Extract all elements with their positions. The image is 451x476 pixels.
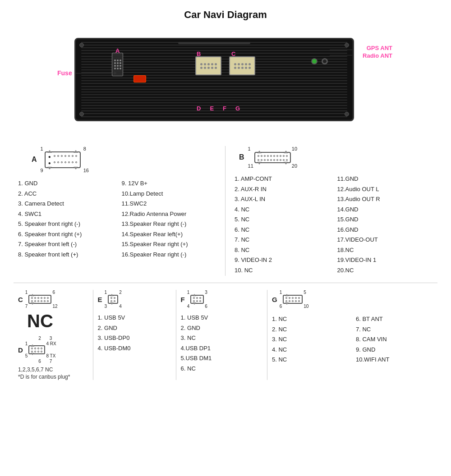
fuse-label: Fuse (57, 69, 72, 77)
a-pins-right-col: 9. 12V B+ 10.Lamp Detect 11.SWC2 12.Radi… (122, 178, 219, 260)
bottom-connector-labels: D E F G (197, 105, 240, 112)
gps-line2 (330, 55, 352, 55)
fuse-arrow-line (74, 73, 115, 73)
a-pin-15: 15.Speaker Rear right (+) (122, 240, 219, 249)
b-pin-9: 9. VIDEO-IN 2 (235, 256, 331, 265)
b-pin-2: 2. AUX-R IN (235, 185, 331, 194)
a-pin-14: 14.Speaker Rear left(+) (122, 230, 219, 239)
gps-connector-circle (311, 58, 318, 64)
nc-label: NC (27, 311, 88, 331)
d-note1: 1,2,3,5,6,7 NC (18, 366, 88, 373)
a-connector-box: ● ● (45, 151, 81, 168)
b-pins-left-col: 1. AMP-CONT 2. AUX-R IN 3. AUX-L IN 4. N… (235, 173, 331, 276)
g-pin-4: 4. NC (272, 345, 349, 354)
b-connector-label: B (239, 153, 244, 161)
d-connector-label: D (18, 346, 23, 354)
g-pins-left-col: 1. NC 2. NC 3. NC 4. NC 5. NC (272, 313, 349, 366)
g-pin-9: 9. GND (356, 345, 433, 354)
a-pin-16: 16.Speaker Rear right (-) (122, 250, 219, 259)
f-diagram-area: F 1 4 (181, 290, 262, 309)
a-diagram-area: A 1 9 ● (32, 146, 218, 173)
f-pin-6: 6. NC (181, 364, 262, 373)
e-pin-4: 4. USB-DM0 (98, 344, 171, 353)
c-d-section: C 1 7 (18, 290, 93, 380)
f-connector-label: F (181, 296, 185, 303)
g-pin-5: 5. NC (272, 355, 349, 364)
b-pin-4: 4. NC (235, 205, 331, 214)
d-connector-box (28, 345, 45, 354)
bottom-section: C 1 7 (14, 283, 437, 380)
gps-line1 (330, 50, 352, 50)
f-pin-2: 2. GND (181, 324, 262, 333)
b-pin-11: 11.GND (337, 174, 433, 183)
page: Car Navi Diagram (0, 0, 451, 389)
d-note2: *D is for canbus plug* (18, 374, 88, 380)
c-connector-box (28, 295, 51, 304)
g-pin-8: 8. CAM VIN (356, 335, 433, 344)
g-pin-10: 10.WIFI ANT (356, 355, 433, 364)
b-pin-5: 5. NC (235, 215, 331, 224)
c-connector-label: C (18, 296, 23, 303)
g-pin-3: 3. NC (272, 335, 349, 344)
left-section: A 1 9 ● (18, 146, 226, 276)
b-pin-6: 6. NC (235, 225, 331, 234)
g-pin-2: 2. NC (272, 325, 349, 334)
connector-c-block (229, 56, 255, 75)
b-pin-18: 18.NC (337, 246, 433, 255)
f-pin-1: 1. USB 5V (181, 313, 262, 322)
b-pin-19: 19.VIDEO-IN 1 (337, 256, 433, 265)
a-pin-2: 2. ACC (18, 189, 115, 198)
b-pins-right-col: 11.GND 12.Audio OUT L 13.Audio OUT R 14.… (337, 173, 433, 276)
b-right-nums: 10 20 (292, 146, 297, 169)
b-pin-15: 15.GND (337, 215, 433, 224)
a-pin-6: 6. Speaker front right (+) (18, 230, 115, 239)
a-right-nums: 8 16 (83, 146, 89, 173)
radio-connector-circle (322, 58, 328, 64)
e-connector-box (108, 295, 118, 304)
g-pin-6: 6. BT ANT (356, 315, 433, 324)
a-pin-13: 13.Speaker Rear right (-) (122, 220, 219, 229)
e-pin-3: 3. USB-DP0 (98, 334, 171, 343)
g-label-device: G (235, 105, 240, 112)
e-pin-1: 1. USB 5V (98, 313, 171, 322)
e-pin-2: 2. GND (98, 324, 171, 333)
connector-b-block (195, 56, 221, 75)
radio-ant-label: Radio ANT (363, 52, 392, 59)
a-pin-7: 7. Speaker front left (-) (18, 240, 115, 249)
gps-ant-label: GPS ANT (367, 45, 392, 51)
g-connector-label: G (272, 296, 277, 303)
g-connector-box (283, 295, 303, 304)
a-pin-8: 8. Speaker front left (+) (18, 250, 115, 259)
e-connector-label: E (98, 296, 102, 303)
f-pin-list: 1. USB 5V 2. GND 3. NC 4.USB DP1 5.USB D… (181, 313, 262, 373)
b-pin-20: 20.NC (337, 266, 433, 275)
b-pin-12: 12.Audio OUT L (337, 185, 433, 194)
f-pin-4: 4.USB DP1 (181, 344, 262, 353)
b-pin-3: 3. AUX-L IN (235, 195, 331, 204)
a-pin-row-2: ● (48, 160, 77, 165)
f-pin-5: 5.USB DM1 (181, 354, 262, 363)
b-pin-8: 8. NC (235, 246, 331, 255)
b-diagram-area: B 1 11 (239, 146, 433, 169)
g-pin-1: 1. NC (272, 315, 349, 324)
b-pin-17: 17.VIDEO-OUT (337, 235, 433, 244)
a-pin-10: 10.Lamp Detect (122, 189, 219, 198)
e-label-device: E (210, 105, 214, 112)
f-label-device: F (223, 105, 226, 112)
a-pin-list: 1. GND 2. ACC 3. Camera Detect 4. SWC1 5… (18, 178, 218, 260)
a-pin-1: 1. GND (18, 179, 115, 188)
a-pin-5: 5. Speaker front right (-) (18, 220, 115, 229)
b-pin-list: 1. AMP-CONT 2. AUX-R IN 3. AUX-L IN 4. N… (235, 173, 433, 276)
right-section: B 1 11 (226, 146, 433, 276)
f-section: F 1 4 (176, 290, 267, 380)
a-pin-9: 9. 12V B+ (122, 179, 219, 188)
a-pin-row-1: ● (48, 154, 77, 159)
c-diagram-area: C 1 7 (18, 290, 88, 309)
page-title: Car Navi Diagram (14, 9, 437, 21)
b-pin-7: 7. NC (235, 235, 331, 244)
fuse-arrow-head (114, 71, 117, 75)
b-pin-13: 13.Audio OUT R (337, 195, 433, 204)
g-pin-7: 7. NC (356, 325, 433, 334)
g-section: G 1 6 (267, 290, 433, 380)
f-connector-box (190, 295, 204, 304)
